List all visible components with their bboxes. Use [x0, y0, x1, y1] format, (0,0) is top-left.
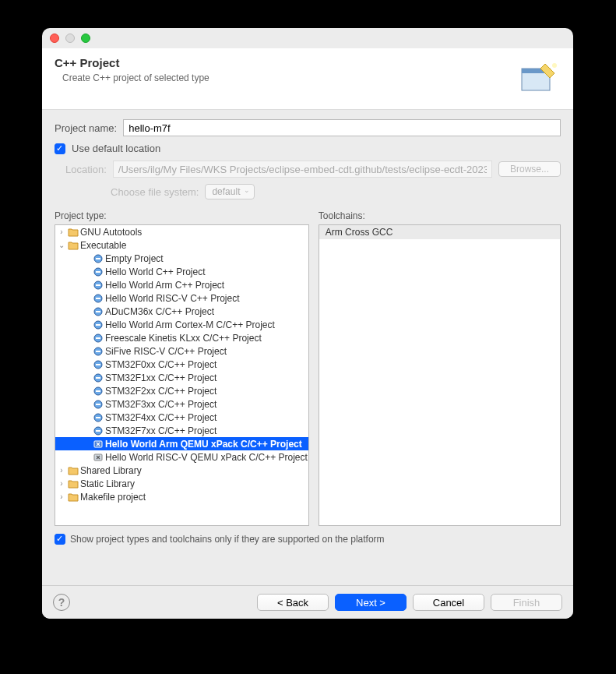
svg-rect-26 [96, 404, 100, 405]
template-icon [93, 333, 104, 343]
project-name-input[interactable] [123, 119, 561, 136]
template-x-icon [93, 453, 104, 462]
chevron-right[interactable]: › [57, 466, 66, 475]
template-x-icon [93, 439, 104, 449]
wizard-header: C++ Project Create C++ project of select… [42, 48, 573, 110]
template-icon [93, 386, 104, 396]
toolchains-label: Toolchains: [319, 210, 561, 221]
template-icon [93, 307, 104, 316]
file-system-label: Choose file system: [111, 186, 199, 198]
file-system-select: default ⌄ [205, 184, 255, 199]
tree-item-label: STM32F3xx C/C++ Project [105, 399, 216, 410]
svg-rect-8 [96, 284, 100, 286]
folder-icon [68, 492, 79, 502]
next-button[interactable]: Next > [335, 594, 407, 611]
tree-item[interactable]: Hello World RISC-V C++ Project [55, 291, 308, 305]
tree-item-label: GNU Autotools [80, 227, 142, 238]
tree-item[interactable]: ADuCM36x C/C++ Project [55, 305, 308, 318]
svg-rect-14 [96, 324, 100, 326]
chevron-right[interactable]: › [57, 492, 66, 501]
show-supported-checkbox[interactable] [55, 534, 65, 545]
folder-icon [68, 479, 79, 489]
wizard-footer: ? < Back Next > Cancel Finish [42, 585, 573, 619]
tree-item-label: SiFive RISC-V C/C++ Project [105, 346, 227, 357]
tree-item-label: STM32F0xx C/C++ Project [105, 359, 216, 370]
tree-item[interactable]: STM32F3xx C/C++ Project [55, 397, 308, 411]
template-icon [93, 413, 104, 422]
project-name-label: Project name: [55, 122, 117, 134]
wizard-dialog: C++ Project Create C++ project of select… [42, 28, 573, 619]
tree-item[interactable]: Freescale Kinetis KLxx C/C++ Project [55, 331, 308, 344]
tree-item[interactable]: STM32F1xx C/C++ Project [55, 371, 308, 384]
chevron-down[interactable]: ⌄ [57, 241, 66, 249]
tree-item-label: Hello World RISC-V QEMU xPack C/C++ Proj… [105, 452, 308, 463]
project-type-label: Project type: [55, 210, 309, 221]
toolchain-item[interactable]: Arm Cross GCC [319, 225, 560, 239]
tree-item-label: Hello World RISC-V C++ Project [105, 293, 240, 304]
svg-rect-10 [96, 298, 100, 299]
tree-item-label: Freescale Kinetis KLxx C/C++ Project [105, 333, 262, 344]
svg-rect-6 [96, 271, 100, 273]
folder-icon [68, 228, 79, 237]
tree-item-label: STM32F4xx C/C++ Project [105, 412, 216, 423]
svg-rect-4 [96, 258, 100, 259]
svg-point-2 [552, 63, 557, 68]
tree-item-label: Hello World Arm QEMU xPack C/C++ Project [105, 439, 302, 450]
svg-rect-12 [96, 311, 100, 312]
wizard-title: C++ Project [55, 56, 517, 69]
tree-item[interactable]: SiFive RISC-V C/C++ Project [55, 344, 308, 358]
wizard-subtitle: Create C++ project of selected type [55, 72, 517, 83]
svg-rect-20 [96, 364, 100, 365]
tree-item[interactable]: STM32F4xx C/C++ Project [55, 411, 308, 424]
tree-item[interactable]: ⌄ Executable [55, 238, 308, 252]
tree-item[interactable]: › Makefile project [55, 490, 308, 503]
minimize-window-button [65, 34, 75, 43]
template-icon [93, 426, 104, 436]
folder-icon [68, 241, 79, 250]
template-icon [93, 294, 104, 303]
template-icon [93, 400, 104, 409]
tree-item[interactable]: › Shared Library [55, 464, 308, 477]
svg-rect-28 [96, 417, 100, 418]
close-window-button[interactable] [50, 34, 59, 43]
browse-button: Browse... [498, 161, 561, 177]
show-supported-label: Show project types and toolchains only i… [70, 534, 385, 545]
tree-item[interactable]: Hello World Arm C++ Project [55, 278, 308, 291]
tree-item[interactable]: › GNU Autotools [55, 225, 308, 238]
location-input [113, 161, 492, 178]
template-icon [93, 267, 104, 277]
template-icon [93, 347, 104, 356]
tree-item[interactable]: Hello World RISC-V QEMU xPack C/C++ Proj… [55, 450, 308, 464]
use-default-location-label: Use default location [72, 143, 160, 154]
location-label: Location: [65, 164, 107, 175]
chevron-right[interactable]: › [57, 479, 66, 488]
zoom-window-button[interactable] [81, 34, 90, 43]
tree-item-label: STM32F1xx C/C++ Project [105, 372, 216, 383]
cancel-button[interactable]: Cancel [413, 594, 484, 611]
template-icon [93, 281, 104, 290]
back-button[interactable]: < Back [257, 594, 329, 611]
tree-item[interactable]: › Static Library [55, 477, 308, 490]
use-default-location-checkbox[interactable] [55, 143, 65, 154]
svg-rect-18 [96, 351, 100, 352]
template-icon [93, 254, 104, 263]
tree-item-label: STM32F2xx C/C++ Project [105, 386, 216, 397]
tree-item[interactable]: Hello World Arm Cortex-M C/C++ Project [55, 318, 308, 331]
help-button[interactable]: ? [53, 594, 70, 611]
tree-item-label: Hello World Arm Cortex-M C/C++ Project [105, 319, 275, 330]
tree-item[interactable]: Hello World Arm QEMU xPack C/C++ Project [55, 437, 308, 450]
chevron-right[interactable]: › [57, 228, 66, 236]
window-titlebar [42, 28, 573, 48]
template-icon [93, 320, 104, 330]
toolchains-list[interactable]: Arm Cross GCC [319, 224, 561, 526]
project-type-tree[interactable]: › GNU Autotools⌄ Executable Empty Projec… [55, 224, 309, 526]
svg-rect-16 [96, 337, 100, 339]
tree-item[interactable]: Hello World C++ Project [55, 265, 308, 278]
wizard-banner-icon [517, 56, 561, 100]
tree-item[interactable]: STM32F0xx C/C++ Project [55, 358, 308, 371]
tree-item-label: STM32F7xx C/C++ Project [105, 425, 216, 436]
tree-item-label: Hello World C++ Project [105, 266, 206, 277]
tree-item[interactable]: Empty Project [55, 252, 308, 265]
tree-item[interactable]: STM32F2xx C/C++ Project [55, 384, 308, 397]
tree-item[interactable]: STM32F7xx C/C++ Project [55, 424, 308, 437]
